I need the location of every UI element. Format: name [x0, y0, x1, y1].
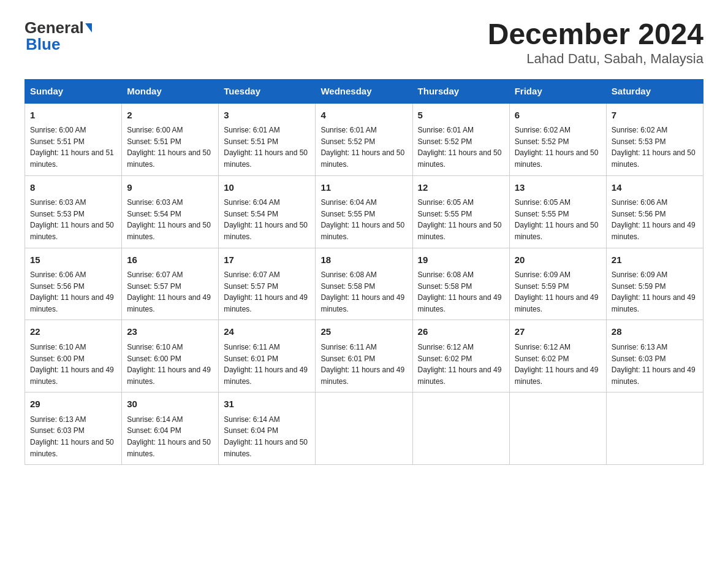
calendar-cell: 28Sunrise: 6:13 AMSunset: 6:03 PMDayligh…	[606, 320, 703, 393]
day-number: 19	[418, 253, 504, 267]
day-info: Sunrise: 6:11 AMSunset: 6:01 PMDaylight:…	[320, 342, 407, 387]
logo: General Blue	[25, 18, 93, 54]
title-block: December 2024 Lahad Datu, Sabah, Malaysi…	[488, 18, 703, 67]
day-info: Sunrise: 6:08 AMSunset: 5:58 PMDaylight:…	[418, 269, 504, 315]
day-number: 20	[515, 253, 601, 267]
calendar-cell: 24Sunrise: 6:11 AMSunset: 6:01 PMDayligh…	[219, 320, 316, 393]
page-title: December 2024	[488, 18, 703, 51]
day-info: Sunrise: 6:06 AMSunset: 5:56 PMDaylight:…	[30, 269, 116, 315]
calendar-cell: 27Sunrise: 6:12 AMSunset: 6:02 PMDayligh…	[509, 320, 606, 393]
day-number: 22	[30, 325, 116, 339]
day-number: 4	[320, 109, 407, 123]
day-number: 30	[127, 397, 213, 412]
day-number: 3	[224, 109, 310, 123]
day-info: Sunrise: 6:09 AMSunset: 5:59 PMDaylight:…	[612, 269, 698, 315]
day-number: 9	[127, 181, 213, 195]
day-number: 10	[224, 181, 310, 195]
day-info: Sunrise: 6:07 AMSunset: 5:57 PMDaylight:…	[127, 269, 213, 315]
calendar-cell: 13Sunrise: 6:05 AMSunset: 5:55 PMDayligh…	[509, 175, 606, 248]
day-number: 26	[418, 325, 504, 339]
calendar-header-row: SundayMondayTuesdayWednesdayThursdayFrid…	[25, 79, 703, 103]
calendar-table: SundayMondayTuesdayWednesdayThursdayFrid…	[25, 79, 703, 465]
calendar-cell: 12Sunrise: 6:05 AMSunset: 5:55 PMDayligh…	[412, 175, 509, 248]
day-info: Sunrise: 6:01 AMSunset: 5:52 PMDaylight:…	[320, 124, 407, 170]
day-info: Sunrise: 6:05 AMSunset: 5:55 PMDaylight:…	[515, 197, 601, 242]
day-number: 16	[127, 253, 213, 267]
col-header-friday: Friday	[509, 79, 606, 103]
calendar-cell: 25Sunrise: 6:11 AMSunset: 6:01 PMDayligh…	[316, 320, 412, 393]
col-header-thursday: Thursday	[412, 79, 509, 103]
calendar-cell	[412, 393, 509, 465]
day-info: Sunrise: 6:04 AMSunset: 5:55 PMDaylight:…	[320, 197, 407, 242]
calendar-cell: 4Sunrise: 6:01 AMSunset: 5:52 PMDaylight…	[316, 103, 412, 175]
day-number: 24	[224, 325, 310, 339]
day-number: 29	[30, 397, 116, 412]
calendar-cell: 18Sunrise: 6:08 AMSunset: 5:58 PMDayligh…	[316, 248, 412, 320]
day-info: Sunrise: 6:10 AMSunset: 6:00 PMDaylight:…	[30, 342, 116, 387]
day-info: Sunrise: 6:02 AMSunset: 5:53 PMDaylight:…	[612, 124, 698, 170]
calendar-cell: 31Sunrise: 6:14 AMSunset: 6:04 PMDayligh…	[219, 393, 316, 465]
day-info: Sunrise: 6:03 AMSunset: 5:54 PMDaylight:…	[127, 197, 213, 242]
week-row-1: 1Sunrise: 6:00 AMSunset: 5:51 PMDaylight…	[25, 103, 703, 175]
calendar-cell	[509, 393, 606, 465]
day-info: Sunrise: 6:01 AMSunset: 5:52 PMDaylight:…	[418, 124, 504, 170]
day-number: 12	[418, 181, 504, 195]
calendar-cell: 21Sunrise: 6:09 AMSunset: 5:59 PMDayligh…	[606, 248, 703, 320]
day-number: 1	[30, 109, 116, 123]
day-info: Sunrise: 6:13 AMSunset: 6:03 PMDaylight:…	[612, 342, 698, 387]
day-number: 23	[127, 325, 213, 339]
calendar-cell: 1Sunrise: 6:00 AMSunset: 5:51 PMDaylight…	[25, 103, 122, 175]
day-number: 17	[224, 253, 310, 267]
calendar-cell: 8Sunrise: 6:03 AMSunset: 5:53 PMDaylight…	[25, 175, 122, 248]
day-info: Sunrise: 6:10 AMSunset: 6:00 PMDaylight:…	[127, 342, 213, 387]
week-row-3: 15Sunrise: 6:06 AMSunset: 5:56 PMDayligh…	[25, 248, 703, 320]
day-number: 8	[30, 181, 116, 195]
calendar-cell: 16Sunrise: 6:07 AMSunset: 5:57 PMDayligh…	[122, 248, 219, 320]
calendar-body: 1Sunrise: 6:00 AMSunset: 5:51 PMDaylight…	[25, 103, 703, 465]
day-number: 21	[612, 253, 698, 267]
day-info: Sunrise: 6:14 AMSunset: 6:04 PMDaylight:…	[224, 414, 310, 459]
calendar-cell: 14Sunrise: 6:06 AMSunset: 5:56 PMDayligh…	[606, 175, 703, 248]
calendar-cell: 5Sunrise: 6:01 AMSunset: 5:52 PMDaylight…	[412, 103, 509, 175]
calendar-cell: 26Sunrise: 6:12 AMSunset: 6:02 PMDayligh…	[412, 320, 509, 393]
page-subtitle: Lahad Datu, Sabah, Malaysia	[488, 51, 703, 67]
day-number: 5	[418, 109, 504, 123]
calendar-cell: 3Sunrise: 6:01 AMSunset: 5:51 PMDaylight…	[219, 103, 316, 175]
calendar-cell	[606, 393, 703, 465]
day-number: 31	[224, 397, 310, 412]
day-info: Sunrise: 6:00 AMSunset: 5:51 PMDaylight:…	[127, 124, 213, 170]
calendar-cell: 19Sunrise: 6:08 AMSunset: 5:58 PMDayligh…	[412, 248, 509, 320]
day-info: Sunrise: 6:11 AMSunset: 6:01 PMDaylight:…	[224, 342, 310, 387]
day-info: Sunrise: 6:12 AMSunset: 6:02 PMDaylight:…	[418, 342, 504, 387]
calendar-cell: 6Sunrise: 6:02 AMSunset: 5:52 PMDaylight…	[509, 103, 606, 175]
day-info: Sunrise: 6:06 AMSunset: 5:56 PMDaylight:…	[612, 197, 698, 242]
day-number: 7	[612, 109, 698, 123]
day-number: 18	[320, 253, 407, 267]
logo-blue: Blue	[26, 35, 60, 54]
col-header-wednesday: Wednesday	[316, 79, 412, 103]
calendar-cell: 29Sunrise: 6:13 AMSunset: 6:03 PMDayligh…	[25, 393, 122, 465]
week-row-5: 29Sunrise: 6:13 AMSunset: 6:03 PMDayligh…	[25, 393, 703, 465]
day-info: Sunrise: 6:13 AMSunset: 6:03 PMDaylight:…	[30, 414, 116, 459]
day-info: Sunrise: 6:03 AMSunset: 5:53 PMDaylight:…	[30, 197, 116, 242]
day-info: Sunrise: 6:09 AMSunset: 5:59 PMDaylight:…	[515, 269, 601, 315]
day-info: Sunrise: 6:12 AMSunset: 6:02 PMDaylight:…	[515, 342, 601, 387]
day-number: 11	[320, 181, 407, 195]
calendar-cell: 22Sunrise: 6:10 AMSunset: 6:00 PMDayligh…	[25, 320, 122, 393]
day-info: Sunrise: 6:05 AMSunset: 5:55 PMDaylight:…	[418, 197, 504, 242]
day-info: Sunrise: 6:02 AMSunset: 5:52 PMDaylight:…	[515, 124, 601, 170]
day-info: Sunrise: 6:04 AMSunset: 5:54 PMDaylight:…	[224, 197, 310, 242]
day-number: 6	[515, 109, 601, 123]
day-number: 27	[515, 325, 601, 339]
day-info: Sunrise: 6:07 AMSunset: 5:57 PMDaylight:…	[224, 269, 310, 315]
calendar-cell: 11Sunrise: 6:04 AMSunset: 5:55 PMDayligh…	[316, 175, 412, 248]
page-header: General Blue December 2024 Lahad Datu, S…	[25, 18, 703, 67]
calendar-cell: 7Sunrise: 6:02 AMSunset: 5:53 PMDaylight…	[606, 103, 703, 175]
calendar-cell: 17Sunrise: 6:07 AMSunset: 5:57 PMDayligh…	[219, 248, 316, 320]
week-row-2: 8Sunrise: 6:03 AMSunset: 5:53 PMDaylight…	[25, 175, 703, 248]
calendar-cell: 23Sunrise: 6:10 AMSunset: 6:00 PMDayligh…	[122, 320, 219, 393]
week-row-4: 22Sunrise: 6:10 AMSunset: 6:00 PMDayligh…	[25, 320, 703, 393]
col-header-tuesday: Tuesday	[219, 79, 316, 103]
day-number: 14	[612, 181, 698, 195]
calendar-cell: 30Sunrise: 6:14 AMSunset: 6:04 PMDayligh…	[122, 393, 219, 465]
